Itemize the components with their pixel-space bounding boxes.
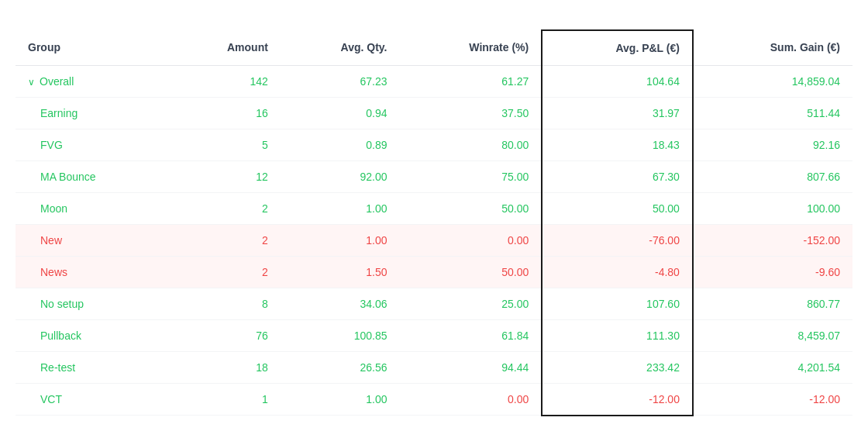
cell-sum-gain: -12.00 bbox=[693, 383, 852, 416]
cell-group: MA Bounce bbox=[16, 160, 170, 192]
cell-avg-qty: 67.23 bbox=[281, 65, 400, 97]
table-row: MA Bounce1292.0075.0067.30807.66 bbox=[16, 160, 852, 192]
table-row: FVG50.8980.0018.4392.16 bbox=[16, 129, 852, 160]
cell-avg-qty: 34.06 bbox=[281, 288, 400, 319]
cell-sum-gain: 511.44 bbox=[693, 97, 852, 129]
cell-avg-qty: 92.00 bbox=[281, 160, 400, 192]
table-row: Re-test1826.5694.44233.424,201.54 bbox=[16, 351, 852, 383]
table-row: VCT11.000.00-12.00-12.00 bbox=[16, 383, 852, 416]
cell-group: News bbox=[16, 256, 170, 288]
col-header-sum-gain: Sum. Gain (€) bbox=[693, 30, 852, 66]
cell-avg-pl: 104.64 bbox=[542, 65, 693, 97]
cell-amount: 142 bbox=[170, 65, 281, 97]
cell-group: VCT bbox=[16, 383, 170, 416]
cell-group: Earning bbox=[16, 97, 170, 129]
cell-winrate: 80.00 bbox=[400, 129, 542, 160]
cell-group: New bbox=[16, 224, 170, 256]
cell-amount: 16 bbox=[170, 97, 281, 129]
col-header-amount: Amount bbox=[170, 30, 281, 66]
cell-amount: 8 bbox=[170, 288, 281, 319]
cell-avg-qty: 1.00 bbox=[281, 383, 400, 416]
cell-sum-gain: 8,459.07 bbox=[693, 319, 852, 351]
cell-sum-gain: 4,201.54 bbox=[693, 351, 852, 383]
cell-amount: 2 bbox=[170, 224, 281, 256]
cell-sum-gain: -9.60 bbox=[693, 256, 852, 288]
cell-avg-qty: 1.00 bbox=[281, 224, 400, 256]
cell-winrate: 75.00 bbox=[400, 160, 542, 192]
cell-group: FVG bbox=[16, 129, 170, 160]
cell-avg-qty: 26.56 bbox=[281, 351, 400, 383]
table-row: New21.000.00-76.00-152.00 bbox=[16, 224, 852, 256]
cell-amount: 2 bbox=[170, 256, 281, 288]
cell-avg-pl: 233.42 bbox=[542, 351, 693, 383]
cell-winrate: 61.27 bbox=[400, 65, 542, 97]
cell-amount: 18 bbox=[170, 351, 281, 383]
cell-group: Pullback bbox=[16, 319, 170, 351]
cell-avg-qty: 100.85 bbox=[281, 319, 400, 351]
cell-group: No setup bbox=[16, 288, 170, 319]
table-row: News21.5050.00-4.80-9.60 bbox=[16, 256, 852, 288]
cell-avg-pl: -12.00 bbox=[542, 383, 693, 416]
cell-avg-pl: 31.97 bbox=[542, 97, 693, 129]
cell-winrate: 50.00 bbox=[400, 192, 542, 224]
cell-avg-qty: 0.89 bbox=[281, 129, 400, 160]
cell-avg-qty: 1.00 bbox=[281, 192, 400, 224]
cell-sum-gain: 860.77 bbox=[693, 288, 852, 319]
cell-avg-pl: 111.30 bbox=[542, 319, 693, 351]
table-row: Moon21.0050.0050.00100.00 bbox=[16, 192, 852, 224]
cell-winrate: 0.00 bbox=[400, 383, 542, 416]
table-row: Pullback76100.8561.84111.308,459.07 bbox=[16, 319, 852, 351]
table-header-row: Group Amount Avg. Qty. Winrate (%) Avg. … bbox=[16, 30, 852, 66]
cell-avg-pl: 50.00 bbox=[542, 192, 693, 224]
cell-winrate: 61.84 bbox=[400, 319, 542, 351]
col-header-avg-qty: Avg. Qty. bbox=[281, 30, 400, 66]
cell-winrate: 94.44 bbox=[400, 351, 542, 383]
cell-sum-gain: 14,859.04 bbox=[693, 65, 852, 97]
table-row: Earning160.9437.5031.97511.44 bbox=[16, 97, 852, 129]
cell-group: ∨Overall bbox=[16, 65, 170, 97]
col-header-avg-pl: Avg. P&L (€) bbox=[542, 30, 693, 66]
cell-amount: 2 bbox=[170, 192, 281, 224]
cell-avg-pl: 107.60 bbox=[542, 288, 693, 319]
cell-group: Moon bbox=[16, 192, 170, 224]
cell-winrate: 25.00 bbox=[400, 288, 542, 319]
cell-sum-gain: 807.66 bbox=[693, 160, 852, 192]
cell-winrate: 50.00 bbox=[400, 256, 542, 288]
cell-amount: 1 bbox=[170, 383, 281, 416]
col-header-group: Group bbox=[16, 30, 170, 66]
table-row: ∨Overall14267.2361.27104.6414,859.04 bbox=[16, 65, 852, 97]
cell-avg-pl: 18.43 bbox=[542, 129, 693, 160]
cell-avg-qty: 1.50 bbox=[281, 256, 400, 288]
table-row: No setup834.0625.00107.60860.77 bbox=[16, 288, 852, 319]
cell-avg-pl: 67.30 bbox=[542, 160, 693, 192]
data-table: Group Amount Avg. Qty. Winrate (%) Avg. … bbox=[16, 29, 852, 416]
col-header-winrate: Winrate (%) bbox=[400, 30, 542, 66]
cell-group: Re-test bbox=[16, 351, 170, 383]
cell-amount: 5 bbox=[170, 129, 281, 160]
cell-sum-gain: 100.00 bbox=[693, 192, 852, 224]
cell-sum-gain: -152.00 bbox=[693, 224, 852, 256]
cell-sum-gain: 92.16 bbox=[693, 129, 852, 160]
cell-amount: 76 bbox=[170, 319, 281, 351]
cell-avg-pl: -76.00 bbox=[542, 224, 693, 256]
cell-winrate: 0.00 bbox=[400, 224, 542, 256]
cell-avg-pl: -4.80 bbox=[542, 256, 693, 288]
cell-avg-qty: 0.94 bbox=[281, 97, 400, 129]
cell-amount: 12 bbox=[170, 160, 281, 192]
chevron-icon: ∨ bbox=[28, 77, 35, 88]
cell-winrate: 37.50 bbox=[400, 97, 542, 129]
